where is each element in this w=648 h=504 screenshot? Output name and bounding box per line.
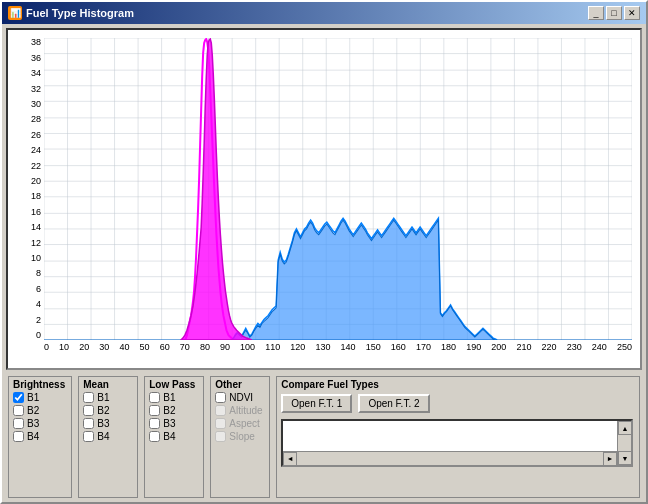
lowpass-b1-checkbox[interactable] [149,392,160,403]
lowpass-b4-checkbox[interactable] [149,431,160,442]
other-ndvi-checkbox[interactable] [215,392,226,403]
brightness-b4-checkbox[interactable] [13,431,24,442]
y-label-32: 32 [12,85,44,94]
mean-b4-checkbox[interactable] [83,431,94,442]
mean-b1-row: B1 [83,392,131,403]
compare-title: Compare Fuel Types [281,379,633,390]
x-label-190: 190 [466,342,481,352]
other-ndvi-label: NDVI [229,392,253,403]
x-label-240: 240 [592,342,607,352]
x-label-60: 60 [160,342,170,352]
other-altitude-row: Altitude [215,405,263,416]
y-label-24: 24 [12,146,44,155]
brightness-b3-row: B3 [13,418,65,429]
minimize-button[interactable]: _ [588,6,604,20]
y-label-30: 30 [12,100,44,109]
scroll-up-button[interactable]: ▲ [618,421,632,435]
mean-b2-label: B2 [97,405,109,416]
maximize-button[interactable]: □ [606,6,622,20]
title-buttons: _ □ ✕ [588,6,640,20]
x-label-110: 110 [265,342,280,352]
mean-group: Mean B1 B2 B3 B4 [78,376,138,498]
y-label-34: 34 [12,69,44,78]
mean-b4-label: B4 [97,431,109,442]
brightness-b1-label: B1 [27,392,39,403]
mean-b2-checkbox[interactable] [83,405,94,416]
x-label-150: 150 [366,342,381,352]
brightness-b2-row: B2 [13,405,65,416]
lowpass-b2-row: B2 [149,405,197,416]
x-label-40: 40 [119,342,129,352]
other-altitude-label: Altitude [229,405,262,416]
mean-b2-row: B2 [83,405,131,416]
open-ft2-button[interactable]: Open F.T. 2 [358,394,429,413]
x-label-210: 210 [516,342,531,352]
open-ft1-button[interactable]: Open F.T. 1 [281,394,352,413]
scroll-down-button[interactable]: ▼ [618,451,632,465]
brightness-b3-checkbox[interactable] [13,418,24,429]
main-window: 📊 Fuel Type Histogram _ □ ✕ 0 2 4 6 8 10… [0,0,648,504]
title-bar: 📊 Fuel Type Histogram _ □ ✕ [2,2,646,24]
other-altitude-checkbox [215,405,226,416]
x-label-250: 250 [617,342,632,352]
lowpass-b2-label: B2 [163,405,175,416]
other-slope-label: Slope [229,431,255,442]
compare-scrollbar-h[interactable]: ◄ ► [283,451,617,465]
chart-plot [44,38,632,340]
x-label-90: 90 [220,342,230,352]
lowpass-b1-label: B1 [163,392,175,403]
lowpass-b3-label: B3 [163,418,175,429]
compare-buttons: Open F.T. 1 Open F.T. 2 [281,394,633,413]
x-label-220: 220 [542,342,557,352]
x-label-170: 170 [416,342,431,352]
x-label-80: 80 [200,342,210,352]
close-button[interactable]: ✕ [624,6,640,20]
compare-display: ▲ ▼ ◄ ► [281,419,633,467]
mean-b3-checkbox[interactable] [83,418,94,429]
other-group: Other NDVI Altitude Aspect Slope [210,376,270,498]
scroll-right-button[interactable]: ► [603,452,617,466]
x-label-20: 20 [79,342,89,352]
other-slope-checkbox [215,431,226,442]
lowpass-b3-checkbox[interactable] [149,418,160,429]
x-label-180: 180 [441,342,456,352]
y-label-28: 28 [12,115,44,124]
mean-b1-label: B1 [97,392,109,403]
x-label-50: 50 [140,342,150,352]
y-label-38: 38 [12,38,44,47]
x-label-130: 130 [315,342,330,352]
mean-b1-checkbox[interactable] [83,392,94,403]
chart-area: 0 2 4 6 8 10 12 14 16 18 20 22 24 26 28 … [6,28,642,370]
x-label-70: 70 [180,342,190,352]
y-label-8: 8 [12,269,44,278]
lowpass-b2-checkbox[interactable] [149,405,160,416]
other-title: Other [215,379,263,390]
x-label-230: 230 [567,342,582,352]
x-label-10: 10 [59,342,69,352]
scroll-left-button[interactable]: ◄ [283,452,297,466]
y-label-22: 22 [12,162,44,171]
lowpass-b4-label: B4 [163,431,175,442]
brightness-b3-label: B3 [27,418,39,429]
y-label-20: 20 [12,177,44,186]
y-label-26: 26 [12,131,44,140]
brightness-title: Brightness [13,379,65,390]
title-bar-left: 📊 Fuel Type Histogram [8,6,134,20]
mean-b3-label: B3 [97,418,109,429]
brightness-b4-label: B4 [27,431,39,442]
brightness-b1-checkbox[interactable] [13,392,24,403]
other-ndvi-row: NDVI [215,392,263,403]
lowpass-b4-row: B4 [149,431,197,442]
brightness-b4-row: B4 [13,431,65,442]
y-label-18: 18 [12,192,44,201]
brightness-b2-checkbox[interactable] [13,405,24,416]
window-icon: 📊 [8,6,22,20]
other-slope-row: Slope [215,431,263,442]
lowpass-b1-row: B1 [149,392,197,403]
mean-b4-row: B4 [83,431,131,442]
compare-group: Compare Fuel Types Open F.T. 1 Open F.T.… [276,376,640,498]
compare-scrollbar-v[interactable]: ▲ ▼ [617,421,631,465]
x-label-160: 160 [391,342,406,352]
x-label-30: 30 [99,342,109,352]
y-label-4: 4 [12,300,44,309]
